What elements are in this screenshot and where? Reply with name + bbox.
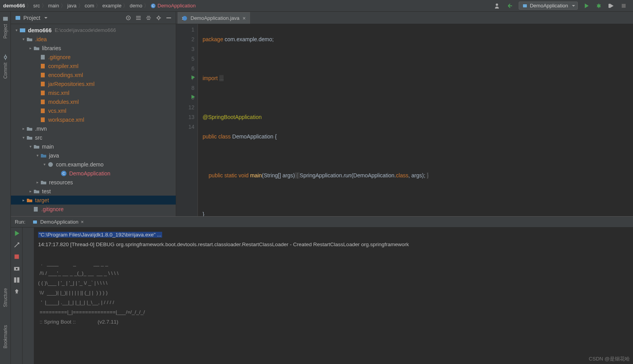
- run-config-icon: [32, 219, 38, 225]
- folder-icon: [26, 135, 33, 141]
- crumb-java[interactable]: java: [67, 3, 77, 9]
- module-icon: [19, 27, 26, 33]
- pin-icon[interactable]: [13, 288, 20, 295]
- tree-test[interactable]: ▸test: [11, 187, 176, 196]
- svg-text:C: C: [152, 4, 155, 8]
- folder-icon: [26, 126, 33, 132]
- svg-rect-18: [41, 64, 45, 68]
- svg-rect-28: [34, 207, 38, 212]
- locate-icon[interactable]: [125, 15, 131, 21]
- run-tab[interactable]: DemoApplication ×: [30, 218, 86, 226]
- xml-icon: [40, 117, 46, 123]
- xml-icon: [40, 99, 46, 105]
- run-rail-secondary: [23, 228, 34, 364]
- stop-button[interactable]: [620, 2, 628, 10]
- tree-main[interactable]: ▾main: [11, 142, 176, 151]
- tree-workspace[interactable]: workspace.xml: [11, 115, 176, 124]
- svg-point-25: [48, 162, 53, 167]
- rerun-icon[interactable]: [13, 230, 20, 237]
- tree-libraries[interactable]: ▸libraries: [11, 44, 176, 52]
- tree-root[interactable]: ▾demo666E:\code\javacode\demo666: [11, 26, 176, 35]
- run-title: Run:: [15, 219, 25, 225]
- tree-democlass[interactable]: CDemoApplication: [11, 169, 176, 178]
- tree-misc[interactable]: misc.xml: [11, 88, 176, 97]
- tree-encodings[interactable]: encodings.xml: [11, 70, 176, 79]
- run-gutter-icon[interactable]: [190, 75, 196, 80]
- stop-rail-icon[interactable]: [13, 253, 20, 260]
- xml-icon: [40, 90, 46, 96]
- class-icon: C: [61, 170, 67, 177]
- user-add-icon[interactable]: [494, 2, 502, 10]
- console-output[interactable]: "C:\Program Files\Java\jdk1.8.0_192\bin\…: [34, 228, 633, 364]
- tree-mvn[interactable]: ▸.mvn: [11, 124, 176, 133]
- crumb-main[interactable]: main: [48, 3, 59, 9]
- coverage-button[interactable]: [607, 2, 615, 10]
- crumb-src[interactable]: src: [33, 3, 40, 9]
- tree-modules[interactable]: modules.xml: [11, 97, 176, 106]
- folder-icon: [26, 36, 33, 42]
- tree-gitignore1[interactable]: .gitignore: [11, 52, 176, 61]
- package-icon: [47, 161, 54, 168]
- camera-icon[interactable]: [13, 265, 20, 272]
- crumb-active[interactable]: DemoApplication: [157, 3, 196, 9]
- project-tree[interactable]: ▾demo666E:\code\javacode\demo666 ▾.idea …: [11, 24, 176, 216]
- run-config-selector[interactable]: DemoApplication: [519, 2, 578, 10]
- svg-point-14: [128, 17, 129, 18]
- run-config-icon: [522, 3, 528, 9]
- rail-structure[interactable]: Structure: [3, 286, 8, 307]
- file-icon: [40, 54, 46, 60]
- svg-rect-6: [622, 4, 626, 8]
- tree-jarrepo[interactable]: jarRepositories.xml: [11, 79, 176, 88]
- xml-icon: [40, 81, 46, 87]
- tree-resources[interactable]: ▸resources: [11, 178, 176, 187]
- update-icon[interactable]: [506, 2, 514, 10]
- svg-rect-12: [16, 16, 20, 20]
- tree-idea[interactable]: ▾.idea: [11, 35, 176, 44]
- run-rail-primary: [11, 228, 23, 364]
- close-tab-icon[interactable]: ×: [243, 15, 246, 21]
- svg-point-4: [597, 4, 600, 7]
- svg-point-15: [157, 17, 160, 19]
- svg-rect-31: [33, 220, 37, 224]
- svg-point-8: [4, 56, 7, 58]
- run-gutter-icon[interactable]: [190, 94, 196, 100]
- editor-tab[interactable]: C DemoApplication.java ×: [178, 12, 250, 24]
- tree-compiler[interactable]: compiler.xml: [11, 61, 176, 70]
- tree-gitignore2[interactable]: .gitignore: [11, 205, 176, 214]
- layout-icon[interactable]: [13, 276, 20, 284]
- tree-src[interactable]: ▾src: [11, 133, 176, 142]
- code-area[interactable]: package com.example.demo; import ... @Sp…: [198, 24, 633, 216]
- svg-rect-35: [14, 277, 16, 283]
- project-view-selector[interactable]: Project: [15, 15, 47, 21]
- editor-tab-bar: C DemoApplication.java ×: [176, 12, 633, 24]
- rail-commit[interactable]: Commit: [2, 54, 9, 79]
- project-view-icon: [15, 15, 21, 21]
- hide-icon[interactable]: [166, 15, 172, 21]
- rail-project[interactable]: Project: [2, 16, 9, 38]
- settings-icon[interactable]: [156, 15, 162, 21]
- svg-rect-21: [41, 91, 45, 95]
- crumb-example[interactable]: example: [102, 3, 121, 9]
- run-button[interactable]: [582, 2, 590, 10]
- tree-vcs[interactable]: vcs.xml: [11, 106, 176, 115]
- expand-all-icon[interactable]: [135, 15, 142, 21]
- svg-rect-3: [523, 4, 527, 7]
- crumb-com[interactable]: com: [85, 3, 94, 9]
- editor-gutter: 12356789121314: [176, 24, 198, 216]
- tool-settings-icon[interactable]: [13, 242, 20, 248]
- svg-text:C: C: [63, 172, 65, 175]
- target-folder-icon: [26, 197, 33, 203]
- breadcrumb: demo666 〉 src 〉 main 〉 java 〉 com 〉 exam…: [3, 2, 196, 9]
- crumb-root[interactable]: demo666: [3, 3, 25, 9]
- rail-bookmarks[interactable]: Bookmarks: [3, 323, 8, 348]
- crumb-demo[interactable]: demo: [129, 3, 142, 9]
- collapse-all-icon[interactable]: [145, 15, 152, 21]
- debug-button[interactable]: [595, 2, 603, 10]
- tree-package[interactable]: ▾com.example.demo: [11, 160, 176, 169]
- tree-java[interactable]: ▾java: [11, 151, 176, 160]
- close-run-tab-icon[interactable]: ×: [81, 219, 84, 225]
- editor-area[interactable]: 12356789121314 package com.example.demo;…: [176, 24, 633, 216]
- tree-target[interactable]: ▸target: [11, 196, 176, 205]
- svg-rect-19: [41, 73, 45, 77]
- folder-icon: [33, 45, 40, 51]
